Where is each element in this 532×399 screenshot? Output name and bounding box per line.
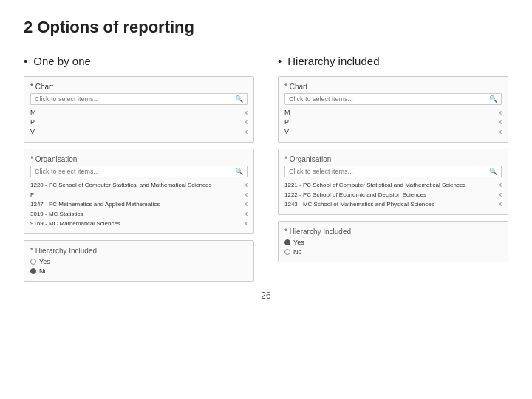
right-header: • Hierarchy included	[278, 55, 508, 67]
org-remove[interactable]: x	[245, 181, 248, 188]
left-radio-yes-circle	[30, 259, 36, 265]
left-hierarchy-label: * Hierarchy Included	[30, 247, 248, 255]
tag-remove[interactable]: x	[245, 118, 248, 126]
tag-label: M	[30, 109, 36, 116]
tag-row: P x	[284, 117, 502, 126]
right-chart-label: * Chart	[284, 83, 502, 91]
org-remove[interactable]: x	[499, 191, 502, 198]
tag-row: M x	[284, 108, 502, 117]
tag-label: V	[284, 128, 289, 135]
right-heading: Hierarchy included	[287, 55, 379, 67]
right-column: • Hierarchy included * Chart 🔍 M x P x	[278, 55, 508, 282]
org-name: 1247 - PC Mathematics and Applied Mathem…	[30, 201, 160, 208]
tag-row: M x	[30, 108, 248, 117]
left-radio-yes-label: Yes	[39, 258, 50, 265]
left-chart-search-icon: 🔍	[235, 95, 243, 103]
right-chart-tags: M x P x V x	[284, 108, 502, 136]
left-org-list: 1220 - PC School of Computer Statistical…	[30, 180, 248, 228]
right-radio-group: Yes No	[284, 239, 502, 256]
left-chart-input[interactable]	[35, 95, 235, 103]
tag-label: P	[284, 118, 289, 126]
page-number: 26	[24, 290, 508, 301]
right-radio-yes[interactable]: Yes	[284, 239, 502, 246]
left-heading: One by one	[33, 55, 91, 67]
right-org-label: * Organisation	[284, 155, 502, 163]
left-org-panel: * Organisation 🔍 1220 - PC School of Com…	[24, 149, 254, 234]
tag-label: M	[284, 109, 290, 116]
tag-remove[interactable]: x	[499, 109, 502, 116]
left-radio-no-circle	[30, 268, 36, 274]
tag-remove[interactable]: x	[499, 128, 502, 135]
org-name: 1221 - PC School of Computer Statistical…	[284, 182, 466, 188]
right-chart-input[interactable]	[289, 95, 489, 103]
list-item: 1243 - MC School of Mathematics and Phys…	[284, 200, 502, 208]
org-remove[interactable]: x	[245, 200, 248, 208]
left-org-label: * Organisation	[30, 155, 248, 163]
right-hierarchy-label: * Hierarchy Included	[284, 228, 502, 236]
right-radio-no[interactable]: No	[284, 248, 502, 256]
left-chart-star: * Chart	[30, 83, 53, 91]
tag-remove[interactable]: x	[245, 109, 248, 116]
left-bullet: •	[24, 55, 27, 67]
tag-row: V x	[30, 127, 248, 136]
left-radio-group: Yes No	[30, 258, 248, 275]
org-name: P	[30, 191, 34, 198]
right-radio-yes-label: Yes	[293, 239, 304, 246]
right-org-list: 1221 - PC School of Computer Statistical…	[284, 180, 502, 208]
list-item: 1222 - PC School of Economic and Decisio…	[284, 190, 502, 199]
list-item: 1247 - PC Mathematics and Applied Mathem…	[30, 200, 248, 208]
left-radio-no-label: No	[39, 267, 48, 275]
right-org-search-icon: 🔍	[489, 168, 497, 175]
org-remove[interactable]: x	[245, 210, 248, 217]
list-item: 1220 - PC School of Computer Statistical…	[30, 180, 248, 189]
right-org-search[interactable]: 🔍	[284, 166, 502, 177]
tag-row: V x	[284, 127, 502, 136]
org-remove[interactable]: x	[245, 219, 248, 227]
right-chart-search-icon: 🔍	[489, 95, 497, 103]
tag-remove[interactable]: x	[499, 118, 502, 126]
left-org-search-icon: 🔍	[235, 168, 243, 175]
org-remove[interactable]: x	[499, 200, 502, 208]
org-name: 1222 - PC School of Economic and Decisio…	[284, 191, 426, 198]
org-name: 1220 - PC School of Computer Statistical…	[30, 182, 211, 188]
right-hierarchy-panel: * Hierarchy Included Yes No	[278, 221, 508, 262]
tag-label: P	[30, 118, 35, 126]
right-chart-search[interactable]: 🔍	[284, 93, 502, 105]
right-org-panel: * Organisation 🔍 1221 - PC School of Com…	[278, 149, 508, 215]
org-name: 3019 - MC Statistics	[30, 211, 83, 217]
org-name: 1243 - MC School of Mathematics and Phys…	[284, 201, 434, 208]
left-chart-search[interactable]: 🔍	[30, 93, 248, 105]
right-chart-panel: * Chart 🔍 M x P x V x	[278, 76, 508, 143]
tag-row: P x	[30, 117, 248, 126]
right-bullet: •	[278, 55, 282, 67]
left-chart-tags: M x P x V x	[30, 108, 248, 136]
list-item: 1221 - PC School of Computer Statistical…	[284, 180, 502, 189]
list-item: P x	[30, 190, 248, 199]
page-title: 2 Options of reporting	[24, 18, 508, 37]
right-org-input[interactable]	[289, 168, 489, 175]
left-hierarchy-panel: * Hierarchy Included Yes No	[24, 240, 254, 282]
left-org-input[interactable]	[35, 168, 235, 175]
org-remove[interactable]: x	[499, 181, 502, 188]
right-radio-no-label: No	[293, 248, 302, 256]
left-org-search[interactable]: 🔍	[30, 166, 248, 177]
tag-remove[interactable]: x	[245, 128, 248, 135]
org-name: 9169 - MC Mathematical Sciences	[30, 220, 120, 227]
list-item: 9169 - MC Mathematical Sciences x	[30, 219, 248, 228]
right-radio-no-circle	[284, 249, 290, 255]
left-radio-no[interactable]: No	[30, 267, 248, 275]
two-column-layout: • One by one * Chart 🔍 M x P x	[24, 55, 508, 282]
left-chart-panel: * Chart 🔍 M x P x V x	[24, 76, 254, 143]
org-remove[interactable]: x	[245, 191, 248, 198]
tag-label: V	[30, 128, 35, 135]
left-header: • One by one	[24, 55, 254, 67]
left-column: • One by one * Chart 🔍 M x P x	[24, 55, 254, 282]
right-radio-yes-circle	[284, 239, 290, 245]
list-item: 3019 - MC Statistics x	[30, 209, 248, 218]
left-radio-yes[interactable]: Yes	[30, 258, 248, 265]
left-chart-label: * Chart	[30, 83, 248, 91]
